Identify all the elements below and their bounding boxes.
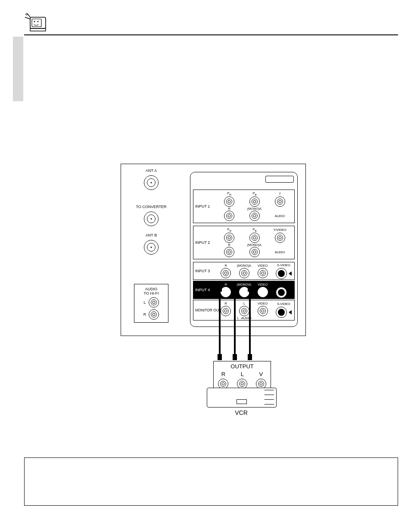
rca-jack-icon <box>258 306 268 316</box>
plug-icon <box>233 354 237 360</box>
svideo-jack-icon <box>276 307 287 318</box>
input3-row: INPUT 3 R (MONO)/L VIDEO S-VIDEO <box>193 262 295 280</box>
plug-icon <box>218 354 222 360</box>
svideo-jack-icon <box>276 268 287 279</box>
rca-jack-icon <box>221 268 231 278</box>
input2-label: INPUT 2 <box>195 240 210 245</box>
vcr-r-label: R <box>221 371 225 377</box>
hifi-audio-label: AUDIO <box>136 287 166 291</box>
rca-jack-icon <box>221 306 231 316</box>
header-rule <box>24 34 398 35</box>
mascot-icon <box>24 13 47 34</box>
audio-to-hifi-box: AUDIO TO HI-FI L R <box>134 284 168 323</box>
arrow-left-icon <box>289 310 292 314</box>
rca-jack-icon <box>221 287 231 297</box>
to-converter-label: TO CONVERTER <box>134 205 168 209</box>
vcr-vent-icon <box>264 390 274 404</box>
rca-jack-icon <box>239 268 249 278</box>
input-panel: INPUT 1 PR PB Y R (MONO)/L AUDIO INPU <box>190 172 298 327</box>
svg-rect-4 <box>30 28 46 31</box>
hifi-r-label: R <box>143 312 146 317</box>
input4-svideo: S-VIDEO <box>276 282 292 298</box>
rca-jack-icon <box>249 247 260 257</box>
rca-jack-icon <box>249 211 260 221</box>
antenna-column: ANT A TO CONVERTER ANT B <box>134 168 168 261</box>
svg-point-3 <box>37 21 39 22</box>
coax-jack-icon <box>144 240 159 255</box>
input3-label: INPUT 3 <box>195 269 210 273</box>
hifi-tohifi-label: TO HI-FI <box>136 291 166 296</box>
input3-svideo: S-VIDEO <box>276 263 292 279</box>
rca-jack-icon <box>249 196 260 207</box>
vent-grille-icon <box>265 176 294 183</box>
input4-row: INPUT 4 R (MONO)/L VIDEO S-VIDEO <box>193 281 295 299</box>
coax-jack-icon <box>144 175 159 190</box>
svideo-jack-icon <box>276 287 287 298</box>
input4-jacks: R (MONO)/L VIDEO <box>217 283 272 297</box>
input2-jacks: PR PB Y/VIDEO R (MONO)/L AUDIO <box>217 228 293 257</box>
rca-jack-icon <box>224 247 234 257</box>
rca-jack-icon <box>258 287 268 297</box>
coax-jack-icon <box>144 212 159 226</box>
rca-jack-icon <box>149 309 159 320</box>
ant-b-label: ANT B <box>134 233 168 237</box>
vcr-slot-icon <box>237 399 247 404</box>
rca-jack-icon <box>275 196 285 207</box>
rca-jack-icon <box>275 233 285 243</box>
side-tab <box>13 37 23 101</box>
vcr-l-label: L <box>241 371 244 377</box>
input3-jacks: R (MONO)/L VIDEO <box>217 264 272 278</box>
rca-jack-icon <box>149 297 159 308</box>
plug-icon <box>233 286 237 292</box>
ant-a-label: ANT A <box>134 168 168 173</box>
rca-jack-icon <box>224 233 234 243</box>
hifi-l-label: L <box>143 300 146 305</box>
svg-point-5 <box>26 13 28 15</box>
monitor-out-row: MONITOR OUT R L VIDEO L AUDIO S-VIDEO <box>193 300 295 320</box>
monitor-out-jacks: R L VIDEO L AUDIO <box>217 302 272 318</box>
vcr-icon <box>207 388 277 408</box>
rca-jack-icon <box>224 196 234 207</box>
page: ANT A TO CONVERTER ANT B AUDIO TO HI-FI … <box>0 0 411 532</box>
input1-label: INPUT 1 <box>195 204 210 208</box>
monitor-out-svideo: S-VIDEO <box>276 302 292 318</box>
rca-jack-icon <box>224 211 234 221</box>
rca-jack-icon <box>249 233 260 243</box>
note-box <box>24 457 398 506</box>
svg-point-2 <box>34 21 35 22</box>
input1-jacks: PR PB Y R (MONO)/L AUDIO <box>217 192 293 221</box>
rear-panel-diagram: ANT A TO CONVERTER ANT B AUDIO TO HI-FI … <box>121 164 306 336</box>
vcr-v-label: V <box>259 371 263 377</box>
vcr-output-label: OUTPUT <box>214 363 271 370</box>
arrow-left-icon <box>289 271 292 276</box>
input2-row: INPUT 2 PR PB Y/VIDEO R (MONO)/L AUDIO <box>193 226 295 259</box>
arrow-left-icon <box>289 290 292 295</box>
plug-icon <box>248 354 252 360</box>
plug-icon <box>218 286 222 292</box>
rca-jack-icon <box>239 306 249 316</box>
plug-icon <box>248 286 252 292</box>
rca-jack-icon <box>258 268 268 278</box>
vcr-caption: VCR <box>207 409 276 416</box>
input4-label: INPUT 4 <box>195 288 210 292</box>
input1-row: INPUT 1 PR PB Y R (MONO)/L AUDIO <box>193 190 295 223</box>
